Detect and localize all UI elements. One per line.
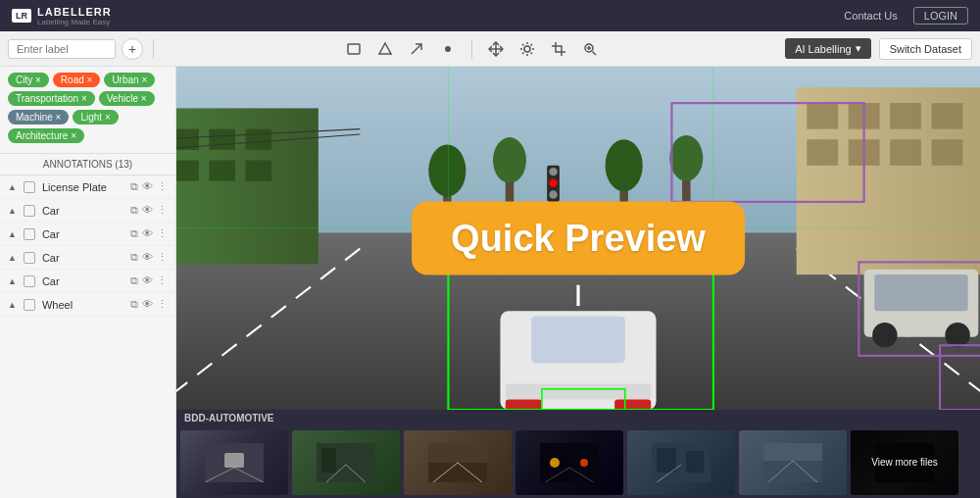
ann-chevron-icon[interactable]: ▲ — [8, 253, 17, 263]
logo-text-group: LABELLERR Labelling Made Easy — [37, 6, 112, 26]
ann-checkbox[interactable] — [24, 252, 35, 264]
svg-point-37 — [493, 137, 526, 183]
ann-copy-icon[interactable]: ⧉ — [130, 274, 138, 287]
move-tool[interactable] — [484, 37, 508, 61]
film-thumb-7[interactable]: View more files — [851, 430, 958, 495]
film-thumb-4[interactable] — [515, 430, 623, 495]
ann-chevron-icon[interactable]: ▲ — [8, 206, 17, 216]
svg-rect-88 — [657, 448, 676, 473]
view-more-text: View more files — [871, 457, 938, 468]
tag-road[interactable]: Road × — [53, 73, 101, 87]
polygon-tool[interactable] — [373, 37, 397, 61]
svg-rect-75 — [321, 448, 336, 473]
annotation-item[interactable]: ▲ Wheel ⧉ 👁 ⋮ — [0, 293, 175, 317]
login-button[interactable]: LOGIN — [913, 7, 968, 25]
ann-menu-icon[interactable]: ⋮ — [157, 204, 168, 217]
tag-city[interactable]: City × — [8, 73, 49, 87]
app-tagline: Labelling Made Easy — [37, 18, 112, 26]
main-layout: City × Road × Urban × Transportation × V… — [0, 67, 980, 498]
ann-chevron-icon[interactable]: ▲ — [8, 300, 17, 310]
settings-tool[interactable] — [515, 37, 539, 61]
ann-eye-icon[interactable]: 👁 — [142, 227, 153, 240]
point-tool[interactable] — [436, 37, 460, 61]
ann-eye-icon[interactable]: 👁 — [142, 204, 153, 217]
tag-vehicle[interactable]: Vehicle × — [99, 91, 155, 106]
ann-eye-icon[interactable]: 👁 — [142, 274, 153, 287]
ann-copy-icon[interactable]: ⧉ — [130, 204, 138, 217]
tag-urban[interactable]: Urban × — [104, 73, 155, 87]
ann-eye-icon[interactable]: 👁 — [142, 298, 153, 311]
top-nav-right: Contact Us LOGIN — [844, 7, 968, 25]
svg-point-43 — [549, 168, 557, 175]
ann-copy-icon[interactable]: ⧉ — [130, 180, 138, 193]
view-more-overlay[interactable]: View more files — [851, 430, 958, 495]
svg-point-41 — [669, 135, 703, 181]
logo-icon: LR — [12, 9, 31, 23]
ann-icons: ⧉ 👁 ⋮ — [130, 204, 168, 217]
film-thumb-3[interactable] — [404, 430, 512, 495]
ann-menu-icon[interactable]: ⋮ — [157, 227, 168, 240]
svg-point-83 — [550, 458, 560, 468]
svg-point-39 — [606, 139, 643, 191]
switch-dataset-button[interactable]: Switch Dataset — [879, 38, 972, 60]
svg-rect-19 — [246, 129, 272, 150]
annotation-item[interactable]: ▲ Car ⧉ 👁 ⋮ — [0, 223, 175, 246]
ann-checkbox[interactable] — [24, 275, 35, 287]
ann-chevron-icon[interactable]: ▲ — [8, 276, 17, 286]
film-thumb-1[interactable] — [180, 430, 288, 495]
quick-preview-text: Quick Preview — [451, 218, 706, 260]
filmstrip-row: View more files — [176, 426, 980, 498]
annotation-item[interactable]: ▲ License Plate ⧉ 👁 ⋮ — [0, 175, 175, 199]
label-input[interactable] — [8, 39, 116, 59]
tag-machine[interactable]: Machine × — [8, 110, 69, 124]
tag-architecture[interactable]: Architecture × — [8, 128, 84, 143]
canvas-image[interactable]: 7LGW334 — [176, 67, 980, 410]
ai-label-dropdown-icon[interactable]: ▾ — [856, 42, 861, 55]
ann-copy-icon[interactable]: ⧉ — [130, 227, 138, 240]
ann-eye-icon[interactable]: 👁 — [142, 251, 153, 264]
ann-menu-icon[interactable]: ⋮ — [157, 180, 168, 193]
ann-checkbox[interactable] — [24, 228, 35, 240]
ann-icons: ⧉ 👁 ⋮ — [130, 227, 168, 240]
ann-menu-icon[interactable]: ⋮ — [157, 274, 168, 287]
toolbar-right: AI Labelling ▾ Switch Dataset — [785, 38, 972, 60]
annotation-item[interactable]: ▲ Car ⧉ 👁 ⋮ — [0, 199, 175, 223]
rectangle-tool[interactable] — [342, 37, 366, 61]
tag-light[interactable]: Light × — [73, 110, 118, 124]
tags-row-3: Machine × Light × — [8, 110, 168, 124]
annotation-item[interactable]: ▲ Car ⧉ 👁 ⋮ — [0, 246, 175, 270]
filmstrip-header: BDD-AUTOMOTIVE — [176, 410, 980, 426]
arrow-tool[interactable] — [405, 37, 428, 61]
svg-rect-26 — [807, 103, 838, 129]
annotation-item[interactable]: ▲ Car ⧉ 👁 ⋮ — [0, 270, 175, 293]
ai-labelling-button[interactable]: AI Labelling ▾ — [785, 38, 871, 59]
quick-preview-overlay: Quick Preview — [412, 202, 745, 275]
ann-chevron-icon[interactable]: ▲ — [8, 182, 17, 192]
top-navigation: LR LABELLERR Labelling Made Easy Contact… — [0, 0, 980, 31]
add-label-button[interactable]: + — [122, 38, 143, 60]
ann-checkbox[interactable] — [24, 205, 35, 217]
svg-rect-82 — [540, 443, 599, 482]
ann-icons: ⧉ 👁 ⋮ — [130, 274, 168, 287]
film-thumb-6[interactable] — [739, 430, 847, 495]
ann-checkbox[interactable] — [24, 181, 35, 193]
contact-us-link[interactable]: Contact Us — [844, 10, 897, 22]
filmstrip: BDD-AUTOMOTIVE — [176, 410, 980, 498]
tags-area: City × Road × Urban × Transportation × V… — [0, 67, 175, 154]
ann-eye-icon[interactable]: 👁 — [142, 180, 153, 193]
film-thumb-2[interactable] — [292, 430, 400, 495]
svg-rect-21 — [209, 160, 235, 180]
ann-menu-icon[interactable]: ⋮ — [157, 251, 168, 264]
tools-separator — [471, 39, 472, 59]
tag-transportation[interactable]: Transportation × — [8, 91, 95, 106]
crop-tool[interactable] — [547, 37, 570, 61]
ann-copy-icon[interactable]: ⧉ — [130, 298, 138, 311]
zoom-tool[interactable] — [578, 37, 602, 61]
svg-rect-20 — [176, 160, 199, 180]
ann-checkbox[interactable] — [24, 299, 35, 311]
ann-chevron-icon[interactable]: ▲ — [8, 229, 17, 239]
film-thumb-5[interactable] — [627, 430, 735, 495]
ann-copy-icon[interactable]: ⧉ — [130, 251, 138, 264]
svg-marker-1 — [379, 43, 391, 54]
ann-menu-icon[interactable]: ⋮ — [157, 298, 168, 311]
